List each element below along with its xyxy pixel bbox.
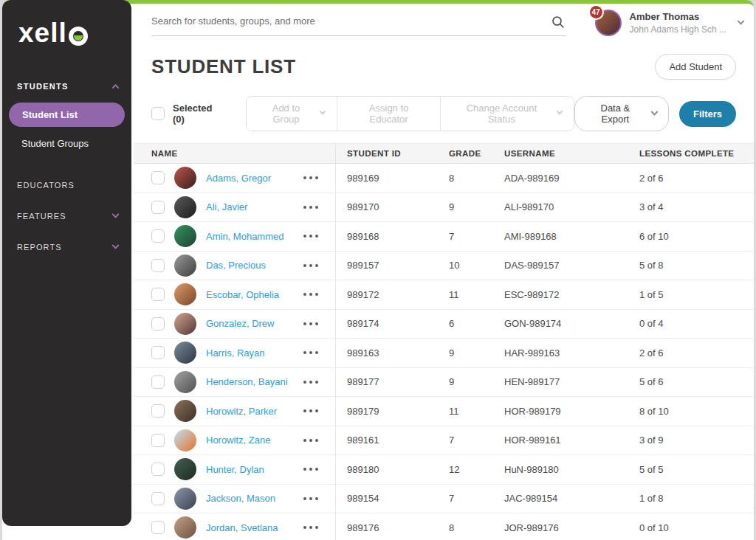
row-menu-button[interactable]: [303, 497, 318, 500]
lessons-complete-cell: 8 of 10: [628, 397, 754, 426]
column-header-username: USERNAME: [493, 144, 628, 163]
student-avatar: [174, 283, 196, 305]
student-table: NAME STUDENT ID GRADE USERNAME LESSONS C…: [134, 143, 754, 540]
student-name-link[interactable]: Horowitz, Parker: [206, 406, 277, 417]
filters-button[interactable]: Filters: [679, 101, 736, 127]
student-name-link[interactable]: Adams, Gregor: [206, 173, 271, 184]
student-name-link[interactable]: Ali, Javier: [206, 201, 247, 212]
grade-cell: 7: [438, 426, 493, 455]
lessons-complete-cell: 0 of 10: [628, 513, 754, 540]
table-header: NAME STUDENT ID GRADE USERNAME LESSONS C…: [134, 143, 754, 164]
sidebar-item-features[interactable]: FEATURES: [2, 204, 131, 228]
name-cell: Harris, Rayan: [134, 339, 336, 367]
student-name-link[interactable]: Hunter, Dylan: [206, 464, 264, 475]
table-body: Adams, Gregor 989169 8 ADA-989169 2 of 6…: [134, 164, 754, 540]
data-export-button[interactable]: Data & Export: [574, 96, 669, 131]
student-name-link[interactable]: Gonzalez, Drew: [206, 318, 274, 329]
change-account-status-button[interactable]: Change Account Status: [440, 97, 574, 131]
row-menu-button[interactable]: [303, 293, 318, 296]
row-menu-button[interactable]: [303, 468, 318, 471]
row-menu-button[interactable]: [303, 381, 318, 384]
table-row: Hunter, Dylan 989180 12 HuN-989180 5 of …: [134, 455, 754, 485]
student-name-link[interactable]: Escobar, Ophelia: [206, 289, 279, 300]
logo-o-icon: [69, 27, 88, 46]
student-name-link[interactable]: Harris, Rayan: [206, 347, 264, 359]
user-info: Amber Thomas John Adams High Sch ...: [630, 10, 726, 35]
username-cell: AMI-989168: [493, 222, 628, 251]
search-icon[interactable]: [551, 15, 565, 32]
row-menu-button[interactable]: [303, 439, 318, 442]
sidebar-item-student-groups[interactable]: Student Groups: [2, 131, 131, 156]
student-id-cell: 989177: [336, 368, 438, 397]
sidebar-item-label: EDUCATORS: [17, 181, 75, 190]
select-all-checkbox[interactable]: [151, 107, 165, 120]
name-cell: Escobar, Ophelia: [134, 280, 336, 309]
row-menu-button[interactable]: [303, 235, 318, 238]
grade-cell: 11: [438, 397, 493, 426]
name-cell: Ali, Javier: [134, 193, 336, 222]
add-student-button[interactable]: Add Student: [655, 54, 736, 80]
sidebar-item-educators[interactable]: EDUCATORS: [2, 173, 131, 197]
page-header: STUDENT LIST Add Student: [134, 42, 754, 80]
table-row: Henderson, Bayani 989177 9 HEN-989177 5 …: [134, 368, 754, 398]
username-cell: ESC-989172: [493, 280, 628, 309]
row-checkbox[interactable]: [151, 288, 165, 301]
row-menu-button[interactable]: [303, 409, 318, 412]
username-cell: HuN-989180: [493, 455, 628, 484]
column-header-name: NAME: [134, 144, 336, 163]
user-menu[interactable]: 47 Amber Thomas John Adams High Sch ...: [595, 10, 743, 36]
row-checkbox[interactable]: [151, 375, 165, 389]
row-menu-button[interactable]: [303, 526, 318, 529]
table-row: Jackson, Mason 989154 7 JAC-989154 1 of …: [134, 485, 754, 514]
student-name-link[interactable]: Das, Precious: [206, 260, 266, 271]
name-cell: Hunter, Dylan: [134, 455, 336, 484]
row-checkbox[interactable]: [151, 259, 165, 272]
chevron-down-icon: [112, 210, 120, 218]
row-menu-button[interactable]: [303, 351, 318, 354]
student-avatar: [174, 342, 196, 364]
table-row: Escobar, Ophelia 989172 11 ESC-989172 1 …: [134, 280, 754, 310]
sidebar-item-student-list[interactable]: Student List: [9, 103, 125, 127]
assign-to-educator-button[interactable]: Assign to Educator: [337, 97, 440, 131]
row-menu-button[interactable]: [303, 176, 318, 179]
student-avatar: [174, 196, 196, 218]
sidebar-item-students[interactable]: STUDENTS: [2, 75, 131, 98]
grade-cell: 11: [438, 280, 493, 309]
row-checkbox[interactable]: [151, 346, 165, 359]
row-menu-button[interactable]: [303, 264, 318, 267]
row-menu-button[interactable]: [303, 206, 318, 209]
name-cell: Horowitz, Parker: [134, 397, 336, 426]
student-avatar: [174, 429, 196, 451]
student-name-link[interactable]: Henderson, Bayani: [206, 376, 288, 387]
student-name-link[interactable]: Amin, Mohammed: [206, 231, 284, 242]
chevron-down-icon: [557, 108, 563, 114]
student-avatar: [174, 516, 196, 539]
table-row: Jordan, Svetlana 989176 8 JOR-989176 0 o…: [134, 513, 754, 540]
row-checkbox[interactable]: [151, 229, 165, 243]
sidebar-item-reports[interactable]: REPORTS: [2, 235, 131, 259]
add-to-group-button[interactable]: Add to Group: [247, 97, 337, 131]
row-checkbox[interactable]: [151, 463, 165, 476]
row-checkbox[interactable]: [151, 492, 165, 505]
row-checkbox[interactable]: [151, 404, 165, 418]
student-name-link[interactable]: Horowitz, Zane: [206, 435, 270, 446]
xello-logo[interactable]: xell: [2, 0, 131, 46]
row-checkbox[interactable]: [151, 521, 165, 534]
row-menu-button[interactable]: [303, 322, 318, 325]
name-cell: Horowitz, Zane: [134, 426, 336, 455]
row-checkbox[interactable]: [151, 434, 165, 447]
username-cell: ADA-989169: [493, 164, 628, 193]
username-cell: HAR-989163: [493, 339, 628, 367]
grade-cell: 9: [438, 339, 493, 367]
search-input[interactable]: [151, 10, 566, 36]
student-id-cell: 989179: [336, 397, 438, 426]
row-checkbox[interactable]: [151, 171, 165, 184]
row-checkbox[interactable]: [151, 317, 165, 330]
student-id-cell: 989154: [336, 485, 438, 513]
row-checkbox[interactable]: [151, 201, 165, 214]
student-name-link[interactable]: Jackson, Mason: [206, 493, 275, 504]
student-name-link[interactable]: Jordan, Svetlana: [206, 522, 278, 533]
sidebar-item-label: FEATURES: [17, 212, 66, 221]
name-cell: Das, Precious: [134, 252, 336, 280]
lessons-complete-cell: 1 of 5: [628, 280, 754, 309]
